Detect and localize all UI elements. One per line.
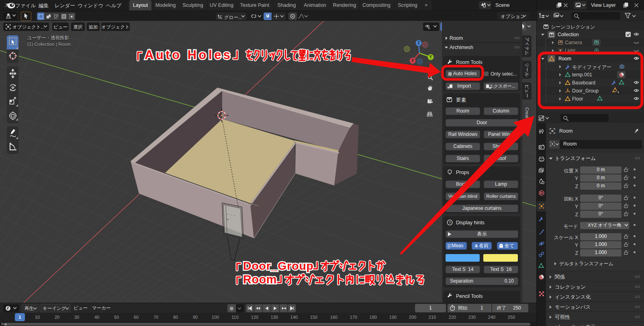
svg-text:Z: Z [417, 41, 420, 45]
svg-text:?: ? [449, 221, 451, 225]
svg-text:Y: Y [429, 55, 432, 59]
svg-text:X: X [411, 58, 414, 63]
